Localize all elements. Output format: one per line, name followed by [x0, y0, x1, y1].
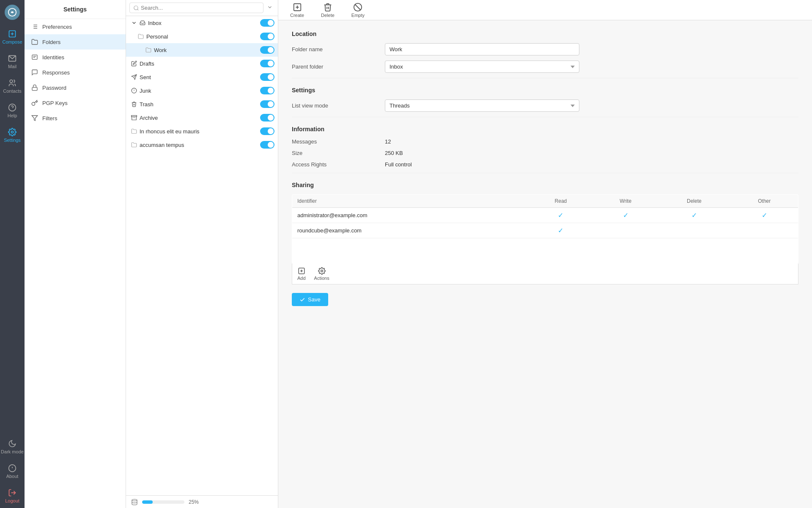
- nav-settings[interactable]: Settings: [0, 123, 25, 147]
- settings-panel: Settings Preferences Folders Identities …: [25, 0, 126, 508]
- nav-about[interactable]: About: [0, 459, 25, 483]
- sharing-read-admin: ✓: [528, 208, 594, 223]
- sharing-add-label: Add: [297, 276, 306, 281]
- empty-button[interactable]: Empty: [348, 1, 368, 19]
- nav-mail[interactable]: Mail: [0, 49, 25, 74]
- svg-point-31: [132, 499, 137, 501]
- storage-icon: [131, 499, 138, 505]
- sharing-read-roundcube: ✓: [528, 223, 594, 238]
- sharing-delete-roundcube: [658, 223, 730, 238]
- nav-help[interactable]: Help: [0, 98, 25, 123]
- folder-trash[interactable]: Trash: [126, 97, 278, 111]
- folder-inrhoncus[interactable]: In rhoncus elit eu mauris: [126, 124, 278, 138]
- nav-logout-label: Logout: [5, 498, 19, 503]
- folder-sent-toggle[interactable]: [260, 73, 274, 81]
- nav-sidebar: Compose Mail Contacts Help Settings Dark…: [0, 0, 25, 508]
- folder-sent[interactable]: Sent: [126, 70, 278, 84]
- folders-panel: Inbox Personal Work Drafts Sent: [126, 0, 278, 508]
- folder-inbox-label: Inbox: [148, 20, 258, 26]
- folder-accumsan-toggle[interactable]: [260, 141, 274, 149]
- search-box[interactable]: [129, 3, 263, 13]
- folder-name-label: Folder name: [292, 46, 385, 52]
- folder-work[interactable]: Work: [126, 43, 278, 57]
- identities-icon: [31, 54, 38, 61]
- list-view-mode-row: List view mode Threads Messages: [292, 99, 798, 112]
- empty-icon: [353, 3, 362, 12]
- folders-label: Folders: [42, 39, 60, 45]
- sharing-write-admin: ✓: [593, 208, 658, 223]
- settings-nav-folders[interactable]: Folders: [25, 34, 126, 50]
- parent-folder-label: Parent folder: [292, 64, 385, 70]
- main-toolbar: Create Delete Empty: [278, 0, 812, 20]
- folder-inbox[interactable]: Inbox: [126, 16, 278, 30]
- settings-nav-identities[interactable]: Identities: [25, 50, 126, 65]
- folder-name-input[interactable]: [385, 43, 579, 55]
- nav-logout[interactable]: Logout: [0, 483, 25, 508]
- sharing-col-write: Write: [593, 195, 658, 208]
- search-input[interactable]: [141, 5, 260, 11]
- folder-archive-toggle[interactable]: [260, 114, 274, 121]
- sharing-actions-button[interactable]: Actions: [314, 267, 329, 281]
- folder-trash-toggle[interactable]: [260, 100, 274, 108]
- sharing-col-delete: Delete: [658, 195, 730, 208]
- folder-archive[interactable]: Archive: [126, 111, 278, 124]
- settings-title: Settings: [25, 0, 126, 19]
- folder-accumsan-label: accumsan tempus: [140, 142, 258, 148]
- sent-icon: [131, 74, 137, 80]
- folder-junk-toggle[interactable]: [260, 87, 274, 94]
- settings-section-title: Settings: [292, 87, 798, 94]
- svg-marker-21: [32, 116, 37, 121]
- sharing-row-admin[interactable]: administrator@example.com ✓ ✓ ✓ ✓: [292, 208, 798, 223]
- filters-label: Filters: [42, 115, 57, 121]
- responses-label: Responses: [42, 69, 70, 76]
- folder-personal[interactable]: Personal: [126, 30, 278, 43]
- identities-label: Identities: [42, 54, 64, 61]
- drafts-icon: [131, 61, 137, 66]
- save-button[interactable]: Save: [292, 293, 328, 306]
- settings-nav-password[interactable]: Password: [25, 80, 126, 95]
- sharing-row-roundcube[interactable]: roundcube@example.com ✓: [292, 223, 798, 238]
- settings-nav-preferences[interactable]: Preferences: [25, 19, 126, 34]
- folder-junk[interactable]: Junk: [126, 84, 278, 97]
- main-content: Create Delete Empty Location Folder name…: [278, 0, 812, 508]
- folders-toolbar: [126, 0, 278, 16]
- folder-drafts-toggle[interactable]: [260, 60, 274, 67]
- nav-mail-label: Mail: [8, 64, 16, 69]
- sharing-row-empty: [292, 238, 798, 264]
- sharing-actions-label: Actions: [314, 276, 329, 281]
- sharing-add-button[interactable]: Add: [297, 267, 306, 281]
- nav-compose[interactable]: Compose: [0, 25, 25, 49]
- pgpkeys-label: PGP Keys: [42, 100, 68, 106]
- create-button[interactable]: Create: [287, 1, 307, 19]
- folder-dropdown-button[interactable]: [265, 3, 274, 13]
- create-label: Create: [290, 13, 304, 18]
- sharing-col-other: Other: [730, 195, 798, 208]
- svg-rect-20: [32, 87, 37, 90]
- gear-icon: [318, 267, 326, 275]
- folder-personal-toggle[interactable]: [260, 33, 274, 40]
- parent-folder-select[interactable]: Inbox: [385, 61, 579, 73]
- settings-nav-filters[interactable]: Filters: [25, 110, 126, 126]
- delete-button[interactable]: Delete: [318, 1, 338, 19]
- settings-nav-pgpkeys[interactable]: PGP Keys: [25, 95, 126, 110]
- nav-contacts[interactable]: Contacts: [0, 74, 25, 98]
- sharing-write-roundcube: [593, 223, 658, 238]
- folder-inbox-toggle[interactable]: [260, 19, 274, 27]
- svg-point-22: [134, 6, 138, 9]
- folder-inrhoncus-toggle[interactable]: [260, 127, 274, 135]
- settings-nav-responses[interactable]: Responses: [25, 65, 126, 80]
- access-rights-row: Access Rights Full control: [292, 161, 798, 168]
- folder-drafts[interactable]: Drafts: [126, 57, 278, 70]
- list-view-mode-select[interactable]: Threads Messages: [385, 99, 579, 112]
- chevron-down-icon: [131, 20, 137, 26]
- folder-work-label: Work: [154, 47, 258, 53]
- trash-icon: [131, 101, 137, 107]
- inbox-icon: [140, 20, 145, 26]
- nav-darkmode[interactable]: Dark mode: [0, 434, 25, 459]
- folder-accumsan[interactable]: accumsan tempus: [126, 138, 278, 152]
- folder-work-toggle[interactable]: [260, 46, 274, 54]
- size-label: Size: [292, 150, 385, 156]
- sharing-actions: Add Actions: [292, 264, 798, 284]
- add-icon: [298, 267, 305, 275]
- access-rights-value: Full control: [385, 161, 412, 168]
